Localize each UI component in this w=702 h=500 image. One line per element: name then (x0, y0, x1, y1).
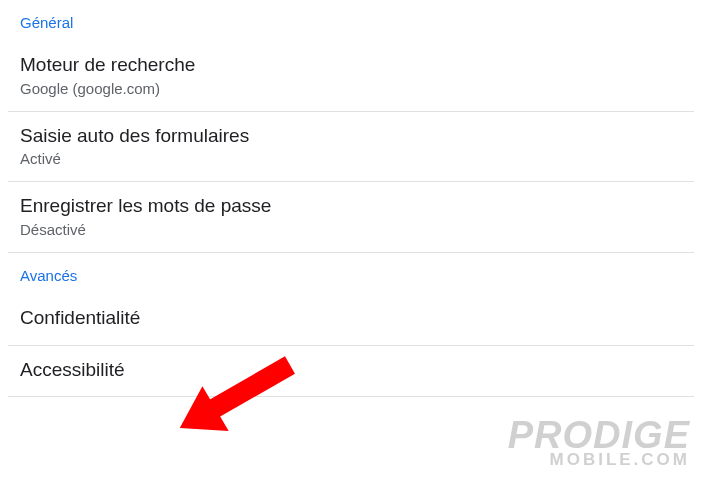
setting-title: Moteur de recherche (20, 53, 682, 78)
setting-autofill-forms[interactable]: Saisie auto des formulaires Activé (0, 112, 702, 182)
watermark: PRODIGE MOBILE.COM (508, 418, 690, 470)
setting-subtitle: Google (google.com) (20, 80, 682, 97)
settings-list: Général Moteur de recherche Google (goog… (0, 0, 702, 397)
setting-search-engine[interactable]: Moteur de recherche Google (google.com) (0, 41, 702, 111)
setting-title: Enregistrer les mots de passe (20, 194, 682, 219)
setting-title: Saisie auto des formulaires (20, 124, 682, 149)
setting-subtitle: Désactivé (20, 221, 682, 238)
section-header-advanced: Avancés (0, 253, 702, 294)
setting-title: Confidentialité (20, 306, 682, 331)
watermark-brand: PRODIGE (508, 418, 690, 452)
divider (8, 396, 694, 397)
setting-privacy[interactable]: Confidentialité (0, 294, 702, 345)
setting-title: Accessibilité (20, 358, 682, 383)
setting-accessibility[interactable]: Accessibilité (0, 346, 702, 397)
watermark-domain: MOBILE.COM (508, 450, 690, 470)
section-header-general: Général (0, 0, 702, 41)
setting-subtitle: Activé (20, 150, 682, 167)
setting-save-passwords[interactable]: Enregistrer les mots de passe Désactivé (0, 182, 702, 252)
